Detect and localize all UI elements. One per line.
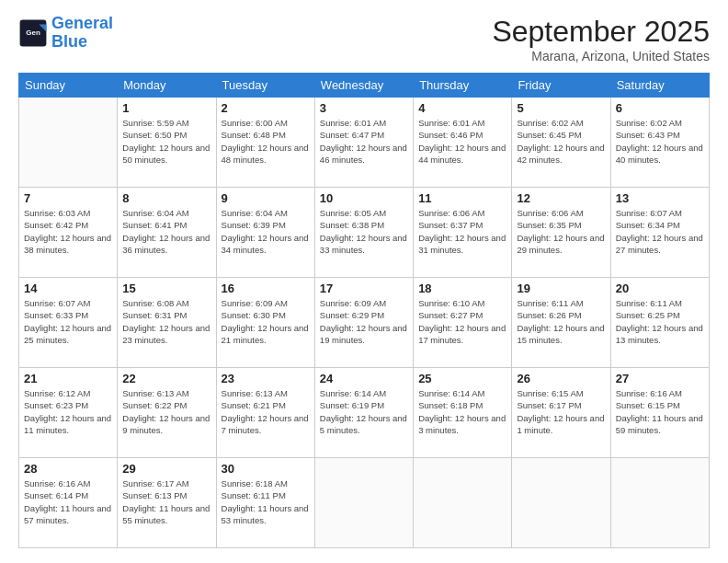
day-number: 27 <box>616 372 704 385</box>
cell-info: Sunrise: 6:14 AMSunset: 6:18 PMDaylight:… <box>418 387 506 436</box>
logo-icon: Gen <box>18 18 48 48</box>
cell-info: Sunrise: 6:16 AMSunset: 6:14 PMDaylight:… <box>24 477 112 526</box>
calendar-table: SundayMondayTuesdayWednesdayThursdayFrid… <box>18 73 710 548</box>
cell-info: Sunrise: 6:17 AMSunset: 6:13 PMDaylight:… <box>122 477 210 526</box>
calendar-cell: 22Sunrise: 6:13 AMSunset: 6:22 PMDayligh… <box>118 368 216 458</box>
day-number: 6 <box>616 101 704 115</box>
cell-info: Sunrise: 6:08 AMSunset: 6:31 PMDaylight:… <box>122 297 210 346</box>
week-row-2: 14Sunrise: 6:07 AMSunset: 6:33 PMDayligh… <box>19 278 710 368</box>
calendar-cell: 28Sunrise: 6:16 AMSunset: 6:14 PMDayligh… <box>19 458 118 548</box>
day-number: 20 <box>616 282 704 295</box>
calendar-cell: 30Sunrise: 6:18 AMSunset: 6:11 PMDayligh… <box>216 458 314 548</box>
cell-info: Sunrise: 6:11 AMSunset: 6:26 PMDaylight:… <box>517 297 605 346</box>
calendar-cell <box>414 458 512 548</box>
logo-blue: Blue <box>51 32 87 51</box>
cell-info: Sunrise: 6:15 AMSunset: 6:17 PMDaylight:… <box>517 387 605 436</box>
day-number: 5 <box>517 101 605 115</box>
cell-info: Sunrise: 6:02 AMSunset: 6:43 PMDaylight:… <box>616 117 704 166</box>
header-sunday: Sunday <box>19 74 118 98</box>
cell-info: Sunrise: 6:09 AMSunset: 6:30 PMDaylight:… <box>222 297 310 346</box>
cell-info: Sunrise: 6:09 AMSunset: 6:29 PMDaylight:… <box>320 297 408 346</box>
calendar-cell: 7Sunrise: 6:03 AMSunset: 6:42 PMDaylight… <box>19 188 118 278</box>
calendar-cell: 21Sunrise: 6:12 AMSunset: 6:23 PMDayligh… <box>19 368 118 458</box>
day-number: 18 <box>418 282 506 295</box>
cell-info: Sunrise: 6:01 AMSunset: 6:46 PMDaylight:… <box>418 117 506 166</box>
cell-info: Sunrise: 6:04 AMSunset: 6:39 PMDaylight:… <box>222 207 310 256</box>
cell-info: Sunrise: 6:04 AMSunset: 6:41 PMDaylight:… <box>122 207 210 256</box>
calendar-cell: 5Sunrise: 6:02 AMSunset: 6:45 PMDaylight… <box>512 98 610 188</box>
day-number: 24 <box>320 372 408 385</box>
day-number: 16 <box>222 282 310 295</box>
day-number: 13 <box>616 191 704 205</box>
calendar-cell: 17Sunrise: 6:09 AMSunset: 6:29 PMDayligh… <box>314 278 413 368</box>
cell-info: Sunrise: 6:01 AMSunset: 6:47 PMDaylight:… <box>320 117 408 166</box>
calendar-cell <box>512 458 610 548</box>
cell-info: Sunrise: 6:00 AMSunset: 6:48 PMDaylight:… <box>222 117 310 166</box>
cell-info: Sunrise: 5:59 AMSunset: 6:50 PMDaylight:… <box>122 117 210 166</box>
calendar-cell: 23Sunrise: 6:13 AMSunset: 6:21 PMDayligh… <box>216 368 314 458</box>
calendar-cell: 24Sunrise: 6:14 AMSunset: 6:19 PMDayligh… <box>314 368 413 458</box>
location: Marana, Arizona, United States <box>492 49 710 63</box>
calendar-cell: 1Sunrise: 5:59 AMSunset: 6:50 PMDaylight… <box>118 98 216 188</box>
day-number: 28 <box>24 462 112 476</box>
day-number: 8 <box>122 191 210 205</box>
header-friday: Friday <box>512 74 610 98</box>
day-number: 12 <box>517 191 605 205</box>
header-thursday: Thursday <box>414 74 512 98</box>
day-number: 14 <box>24 282 112 295</box>
day-number: 4 <box>418 101 506 115</box>
svg-text:Gen: Gen <box>26 28 40 36</box>
week-row-4: 28Sunrise: 6:16 AMSunset: 6:14 PMDayligh… <box>19 458 710 548</box>
header-wednesday: Wednesday <box>314 74 413 98</box>
calendar-cell: 6Sunrise: 6:02 AMSunset: 6:43 PMDaylight… <box>610 98 709 188</box>
day-number: 9 <box>222 191 310 205</box>
logo: Gen General Blue <box>18 15 113 52</box>
calendar-cell: 10Sunrise: 6:05 AMSunset: 6:38 PMDayligh… <box>314 188 413 278</box>
calendar-cell: 13Sunrise: 6:07 AMSunset: 6:34 PMDayligh… <box>610 188 709 278</box>
page: Gen General Blue September 2025 Marana, … <box>0 0 728 563</box>
day-number: 30 <box>222 462 310 476</box>
day-number: 2 <box>222 101 310 115</box>
calendar-cell: 8Sunrise: 6:04 AMSunset: 6:41 PMDaylight… <box>118 188 216 278</box>
calendar-cell: 14Sunrise: 6:07 AMSunset: 6:33 PMDayligh… <box>19 278 118 368</box>
cell-info: Sunrise: 6:11 AMSunset: 6:25 PMDaylight:… <box>616 297 704 346</box>
calendar-cell <box>19 98 118 188</box>
day-number: 7 <box>24 191 112 205</box>
day-number: 17 <box>320 282 408 295</box>
calendar-cell: 18Sunrise: 6:10 AMSunset: 6:27 PMDayligh… <box>414 278 512 368</box>
calendar-cell: 4Sunrise: 6:01 AMSunset: 6:46 PMDaylight… <box>414 98 512 188</box>
cell-info: Sunrise: 6:06 AMSunset: 6:35 PMDaylight:… <box>517 207 605 256</box>
day-number: 1 <box>122 101 210 115</box>
day-number: 21 <box>24 372 112 385</box>
header-monday: Monday <box>118 74 216 98</box>
day-number: 23 <box>222 372 310 385</box>
calendar-cell: 2Sunrise: 6:00 AMSunset: 6:48 PMDaylight… <box>216 98 314 188</box>
cell-info: Sunrise: 6:14 AMSunset: 6:19 PMDaylight:… <box>320 387 408 436</box>
logo-general: General <box>51 14 113 32</box>
calendar-cell <box>314 458 413 548</box>
calendar-cell: 19Sunrise: 6:11 AMSunset: 6:26 PMDayligh… <box>512 278 610 368</box>
calendar-cell: 20Sunrise: 6:11 AMSunset: 6:25 PMDayligh… <box>610 278 709 368</box>
calendar-cell: 16Sunrise: 6:09 AMSunset: 6:30 PMDayligh… <box>216 278 314 368</box>
cell-info: Sunrise: 6:03 AMSunset: 6:42 PMDaylight:… <box>24 207 112 256</box>
week-row-1: 7Sunrise: 6:03 AMSunset: 6:42 PMDaylight… <box>19 188 710 278</box>
cell-info: Sunrise: 6:13 AMSunset: 6:22 PMDaylight:… <box>122 387 210 436</box>
day-number: 3 <box>320 101 408 115</box>
week-row-3: 21Sunrise: 6:12 AMSunset: 6:23 PMDayligh… <box>19 368 710 458</box>
calendar-cell: 11Sunrise: 6:06 AMSunset: 6:37 PMDayligh… <box>414 188 512 278</box>
calendar-cell: 15Sunrise: 6:08 AMSunset: 6:31 PMDayligh… <box>118 278 216 368</box>
day-number: 15 <box>122 282 210 295</box>
cell-info: Sunrise: 6:12 AMSunset: 6:23 PMDaylight:… <box>24 387 112 436</box>
header: Gen General Blue September 2025 Marana, … <box>18 15 710 63</box>
title-section: September 2025 Marana, Arizona, United S… <box>492 15 710 63</box>
day-number: 29 <box>122 462 210 476</box>
cell-info: Sunrise: 6:07 AMSunset: 6:33 PMDaylight:… <box>24 297 112 346</box>
logo-text: General Blue <box>51 15 113 52</box>
calendar-cell: 26Sunrise: 6:15 AMSunset: 6:17 PMDayligh… <box>512 368 610 458</box>
day-number: 10 <box>320 191 408 205</box>
cell-info: Sunrise: 6:07 AMSunset: 6:34 PMDaylight:… <box>616 207 704 256</box>
cell-info: Sunrise: 6:18 AMSunset: 6:11 PMDaylight:… <box>222 477 310 526</box>
cell-info: Sunrise: 6:13 AMSunset: 6:21 PMDaylight:… <box>222 387 310 436</box>
calendar-cell: 9Sunrise: 6:04 AMSunset: 6:39 PMDaylight… <box>216 188 314 278</box>
day-number: 19 <box>517 282 605 295</box>
